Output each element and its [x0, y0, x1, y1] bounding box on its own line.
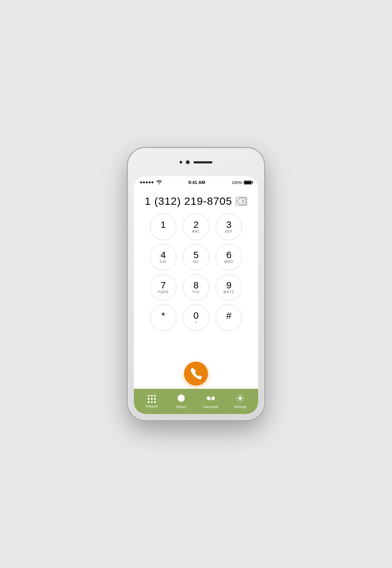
tab-history[interactable]: History [167, 391, 196, 412]
status-bar: 9:41 AM 100% [134, 176, 258, 189]
key-2[interactable]: 2 ABC [183, 214, 209, 240]
svg-point-1 [207, 397, 210, 400]
keypad-row-3: 7 PQRS 8 TUV 9 WXYZ [150, 274, 242, 301]
wifi-icon [156, 180, 162, 185]
tab-keypad[interactable]: Keypad [137, 392, 167, 411]
battery-icon [244, 180, 252, 185]
front-camera [180, 161, 182, 163]
tab-voicemail-label: Voicemail [203, 405, 218, 409]
key-hash[interactable]: # [216, 305, 242, 331]
tab-history-label: History [176, 405, 187, 409]
call-area [134, 355, 258, 389]
signal-dot-1 [140, 181, 142, 183]
key-8[interactable]: 8 TUV [183, 274, 209, 301]
keypad-row-1: 1 2 ABC 3 DEF [150, 214, 242, 240]
speaker [193, 161, 212, 163]
phone-display: 1 (312) 219-8705 [134, 189, 258, 210]
tab-bar: Keypad History [134, 389, 258, 414]
key-4[interactable]: 4 GHI [150, 244, 176, 270]
backspace-button[interactable] [236, 197, 247, 206]
battery-percent: 100% [232, 180, 242, 185]
call-button[interactable] [184, 362, 208, 386]
svg-point-2 [211, 397, 215, 400]
screen-content: 1 (312) 219-8705 1 2 [134, 189, 258, 414]
phone-number-display: 1 (312) 219-8705 [145, 195, 232, 207]
keypad-row-2: 4 GHI 5 JKL 6 MNO [150, 244, 242, 270]
battery-fill [244, 181, 251, 184]
key-5[interactable]: 5 JKL [183, 244, 209, 270]
key-9[interactable]: 9 WXYZ [216, 274, 242, 301]
svg-point-4 [239, 397, 241, 399]
signal-dot-2 [143, 181, 145, 183]
key-0[interactable]: 0 + [183, 305, 209, 331]
signal-dot-5 [151, 181, 153, 183]
keypad-tab-icon [148, 395, 156, 403]
key-star[interactable]: * [150, 305, 176, 331]
tab-settings-label: Settings [234, 405, 246, 409]
tab-voicemail[interactable]: Voicemail [196, 391, 226, 412]
status-time: 9:41 AM [188, 180, 205, 185]
key-3[interactable]: 3 DEF [216, 214, 242, 240]
signal-dot-4 [149, 181, 151, 183]
tab-settings[interactable]: Settings [226, 391, 255, 412]
keypad-grid: 1 2 ABC 3 DEF 4 GHI [134, 210, 258, 355]
signal-bars [140, 181, 153, 183]
phone-screen: 9:41 AM 100% 1 (312) 219-8705 [134, 176, 258, 414]
phone-top-bar [128, 148, 264, 176]
phone-device: 9:41 AM 100% 1 (312) 219-8705 [128, 148, 264, 420]
history-tab-icon [177, 394, 185, 404]
status-left [140, 180, 162, 185]
tab-keypad-label: Keypad [146, 404, 157, 408]
camera [186, 160, 190, 164]
key-6[interactable]: 6 MNO [216, 244, 242, 270]
key-1[interactable]: 1 [150, 214, 176, 240]
key-7[interactable]: 7 PQRS [150, 274, 176, 301]
status-right: 100% [232, 180, 252, 185]
voicemail-tab-icon [207, 394, 215, 404]
keypad-row-4: * 0 + # [150, 305, 242, 331]
settings-tab-icon [236, 394, 244, 404]
signal-dot-3 [146, 181, 148, 183]
